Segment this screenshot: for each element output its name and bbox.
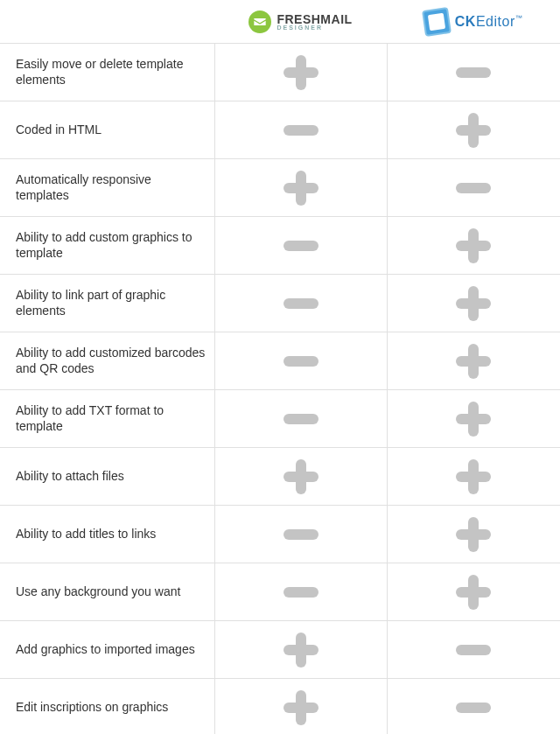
ckeditor-logo: CKEditor™ xyxy=(424,9,522,35)
feature-label: Ability to add titles to links xyxy=(0,506,214,563)
freshmail-cell xyxy=(214,621,387,678)
ckeditor-cell xyxy=(387,101,559,158)
minus-icon xyxy=(284,402,318,437)
freshmail-cell xyxy=(214,563,387,620)
freshmail-cell xyxy=(214,390,387,447)
plus-icon xyxy=(284,459,318,494)
ckeditor-cell xyxy=(387,506,559,563)
minus-icon xyxy=(456,171,491,206)
freshmail-icon xyxy=(248,10,271,33)
column-header-freshmail: FRESHMAIL DESIGNER xyxy=(214,0,387,43)
ckeditor-cell xyxy=(387,332,559,389)
ckeditor-name: CKEditor™ xyxy=(455,14,522,30)
table-row: Coded in HTML xyxy=(0,101,560,159)
table-row: Easily move or delete template elements xyxy=(0,44,560,101)
plus-icon xyxy=(456,228,491,263)
plus-icon xyxy=(456,517,491,552)
table-row: Edit inscriptions on graphics xyxy=(0,679,560,734)
minus-icon xyxy=(284,517,318,552)
ckeditor-cell xyxy=(387,448,559,505)
plus-icon xyxy=(284,690,318,725)
ckeditor-cell xyxy=(387,621,559,678)
ckeditor-icon xyxy=(422,7,452,37)
freshmail-cell xyxy=(214,217,387,274)
minus-icon xyxy=(456,633,491,668)
ckeditor-cell xyxy=(387,275,559,332)
minus-icon xyxy=(284,286,318,321)
plus-icon xyxy=(284,55,318,90)
table-row: Ability to add custom graphics to templa… xyxy=(0,217,560,275)
ckeditor-cell xyxy=(387,679,559,734)
freshmail-cell xyxy=(214,101,387,158)
feature-label: Easily move or delete template elements xyxy=(0,44,214,101)
column-header-ckeditor: CKEditor™ xyxy=(387,0,559,43)
plus-icon xyxy=(456,113,491,148)
minus-icon xyxy=(284,344,318,379)
ckeditor-cell xyxy=(387,390,559,447)
table-row: Ability to add customized barcodes and Q… xyxy=(0,332,560,390)
table-row: Ability to add titles to links xyxy=(0,506,560,563)
plus-icon xyxy=(284,633,318,668)
freshmail-cell xyxy=(214,159,387,216)
minus-icon xyxy=(456,690,491,725)
freshmail-cell xyxy=(214,332,387,389)
feature-label: Automatically responsive templates xyxy=(0,159,214,216)
freshmail-logo: FRESHMAIL DESIGNER xyxy=(248,10,352,33)
minus-icon xyxy=(284,575,318,610)
plus-icon xyxy=(456,286,491,321)
feature-label: Ability to attach files xyxy=(0,448,214,505)
plus-icon xyxy=(456,402,491,437)
table-row: Ability to add TXT format to template xyxy=(0,390,560,448)
feature-label: Ability to link part of graphic elements xyxy=(0,275,214,332)
table-row: Ability to link part of graphic elements xyxy=(0,275,560,332)
ckeditor-cell xyxy=(387,217,559,274)
table-row: Use any background you want xyxy=(0,563,560,621)
feature-label: Ability to add custom graphics to templa… xyxy=(0,217,214,274)
freshmail-cell xyxy=(214,679,387,734)
plus-icon xyxy=(456,459,491,494)
feature-label: Coded in HTML xyxy=(0,101,214,158)
header-empty xyxy=(0,0,214,43)
freshmail-cell xyxy=(214,506,387,563)
plus-icon xyxy=(456,575,491,610)
feature-label: Ability to add customized barcodes and Q… xyxy=(0,332,214,389)
feature-label: Ability to add TXT format to template xyxy=(0,390,214,447)
feature-label: Edit inscriptions on graphics xyxy=(0,679,214,734)
minus-icon xyxy=(284,228,318,263)
freshmail-cell xyxy=(214,44,387,101)
plus-icon xyxy=(284,171,318,206)
freshmail-cell xyxy=(214,448,387,505)
table-header: FRESHMAIL DESIGNER CKEditor™ xyxy=(0,0,560,44)
ckeditor-cell xyxy=(387,44,559,101)
plus-icon xyxy=(456,344,491,379)
feature-label: Add graphics to imported images xyxy=(0,621,214,678)
table-row: Automatically responsive templates xyxy=(0,159,560,217)
table-row: Add graphics to imported images xyxy=(0,621,560,679)
ckeditor-cell xyxy=(387,159,559,216)
minus-icon xyxy=(284,113,318,148)
comparison-table: FRESHMAIL DESIGNER CKEditor™ Easily move… xyxy=(0,0,560,734)
ckeditor-cell xyxy=(387,563,559,620)
freshmail-cell xyxy=(214,275,387,332)
table-row: Ability to attach files xyxy=(0,448,560,506)
minus-icon xyxy=(456,55,491,90)
feature-label: Use any background you want xyxy=(0,563,214,620)
